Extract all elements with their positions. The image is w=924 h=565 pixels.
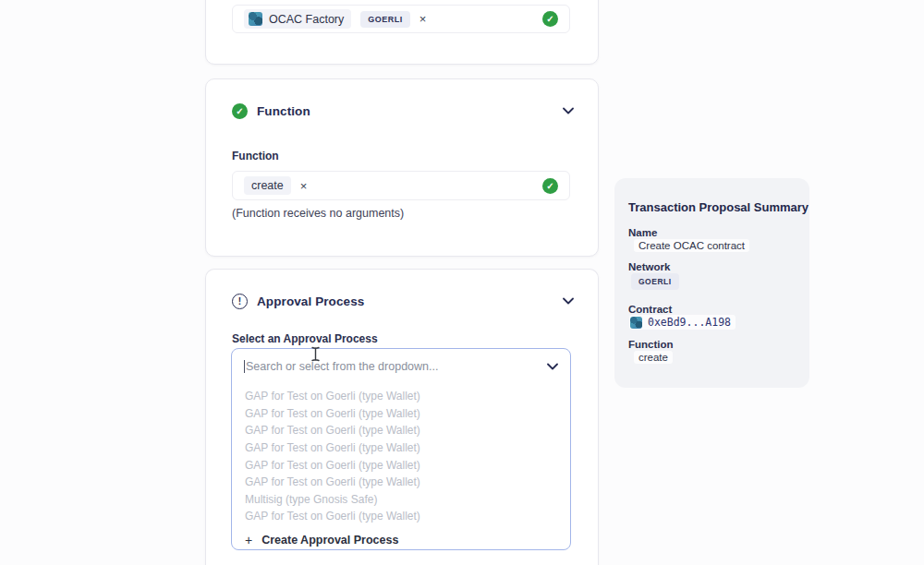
no-arguments-note: (Function receives no arguments) <box>232 207 404 220</box>
summary-name-label: Name <box>628 227 657 238</box>
ibeam-cursor <box>310 346 321 362</box>
contract-chip-label: OCAC Factory <box>269 13 344 26</box>
valid-check-icon: ✓ <box>542 11 558 27</box>
section-title: Function <box>257 104 310 118</box>
page: OCAC Factory GOERLI × ✓ ✓ Function Funct… <box>0 0 924 565</box>
create-approval-process-label: Create Approval Process <box>261 534 398 547</box>
approval-option[interactable]: GAP for Test on Goerli (type Wallet) <box>232 388 570 405</box>
approval-option[interactable]: GAP for Test on Goerli (type Wallet) <box>232 474 570 491</box>
function-card: ✓ Function Function create × ✓ (Function… <box>205 78 599 257</box>
summary-network-badge: GOERLI <box>631 273 679 290</box>
contract-input[interactable]: OCAC Factory GOERLI × ✓ <box>232 5 570 33</box>
approval-option[interactable]: Multisig (type Gnosis Safe) <box>232 491 570 509</box>
approval-field-label: Select an Approval Process <box>232 332 378 345</box>
section-incomplete-icon: ! <box>232 294 248 309</box>
function-chip-label: create <box>251 179 284 192</box>
create-approval-process-button[interactable]: + Create Approval Process <box>232 533 570 547</box>
approval-card-header[interactable]: ! Approval Process <box>232 292 574 310</box>
contract-chip[interactable]: OCAC Factory <box>244 9 351 29</box>
function-card-header[interactable]: ✓ Function <box>232 102 574 120</box>
contract-card: OCAC Factory GOERLI × ✓ <box>205 0 599 65</box>
approval-options-list: GAP for Test on Goerli (type Wallet)GAP … <box>232 384 570 525</box>
text-caret <box>244 360 245 373</box>
approval-option[interactable]: GAP for Test on Goerli (type Wallet) <box>232 508 570 525</box>
summary-function-value: create <box>634 351 673 364</box>
section-complete-icon: ✓ <box>232 103 248 119</box>
section-title: Approval Process <box>257 295 364 308</box>
summary-contract-address: 0xeBd9...A198 <box>648 316 731 329</box>
approval-option[interactable]: GAP for Test on Goerli (type Wallet) <box>232 422 570 439</box>
plus-icon: + <box>245 533 252 547</box>
approval-option[interactable]: GAP for Test on Goerli (type Wallet) <box>232 405 570 423</box>
transaction-proposal-summary: Transaction Proposal Summary Name Create… <box>614 178 809 388</box>
chevron-down-icon[interactable] <box>563 297 574 305</box>
contract-identicon-icon <box>249 12 262 26</box>
chevron-down-icon[interactable] <box>547 363 558 370</box>
function-field-label: Function <box>232 150 279 162</box>
search-placeholder: Search or select from the dropdown... <box>246 360 438 373</box>
approval-search-input[interactable]: Search or select from the dropdown... <box>232 349 570 384</box>
approval-card: ! Approval Process Select an Approval Pr… <box>205 269 599 565</box>
summary-contract-label: Contract <box>628 304 672 315</box>
remove-contract-icon[interactable]: × <box>419 13 427 25</box>
summary-network-label: Network <box>628 261 670 272</box>
summary-name-value: Create OCAC contract <box>634 239 749 252</box>
valid-check-icon: ✓ <box>542 178 558 194</box>
approval-option[interactable]: GAP for Test on Goerli (type Wallet) <box>232 456 570 474</box>
contract-identicon-icon <box>630 317 642 329</box>
approval-process-dropdown[interactable]: Search or select from the dropdown... GA… <box>231 348 571 550</box>
summary-contract-row: 0xeBd9...A198 <box>629 315 736 330</box>
remove-function-icon[interactable]: × <box>300 180 308 192</box>
summary-title: Transaction Proposal Summary <box>628 200 808 214</box>
network-badge: GOERLI <box>360 11 410 28</box>
summary-function-label: Function <box>628 339 674 350</box>
function-chip[interactable]: create <box>244 176 291 195</box>
approval-option[interactable]: GAP for Test on Goerli (type Wallet) <box>232 439 570 457</box>
function-input[interactable]: create × ✓ <box>232 171 570 200</box>
chevron-down-icon[interactable] <box>563 107 574 114</box>
